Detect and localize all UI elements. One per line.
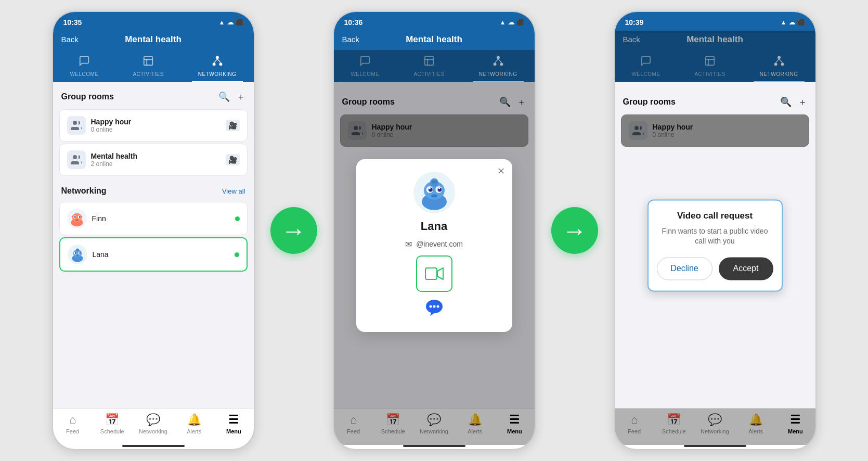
networking-icon-1 [212,55,223,69]
svg-point-50 [438,187,440,189]
back-button-1[interactable]: Back [61,35,79,44]
svg-point-5 [219,63,222,66]
bottom-tab-schedule-1[interactable]: 📅 Schedule [99,413,125,434]
room-info-mental-health: Mental health 2 online [91,152,221,168]
tab-networking-1[interactable]: NETWORKING [192,52,243,82]
bottom-tabs-2: ⌂ Feed 📅 Schedule 💬 Networking 🔔 Alerts … [334,408,535,445]
svg-point-19 [80,215,82,217]
networking-bottom-label-1: Networking [139,428,167,434]
svg-point-46 [431,194,437,197]
bottom-tab-networking-2[interactable]: 💬 Networking [420,413,448,434]
nav-header-3: Back Mental health [615,31,815,50]
person-item-lana[interactable]: Lana [59,237,248,272]
feed-label-1: Feed [66,428,79,434]
person-item-finn[interactable]: Finn [59,202,248,235]
status-time-3: 10:39 [625,18,644,27]
svg-point-54 [429,305,432,308]
menu-label-2: Menu [507,428,522,434]
bottom-tab-schedule-3[interactable]: 📅 Schedule [661,413,687,434]
add-room-icon-1[interactable]: ＋ [236,91,245,103]
modal-video-call-button[interactable] [416,255,452,292]
room-info-happy-hour: Happy hour 0 online [91,118,221,133]
signal-icon-2: ▲ [500,19,506,26]
tab-networking-3[interactable]: NETWORKING [754,52,805,82]
bottom-tab-feed-2[interactable]: ⌂ Feed [341,413,367,434]
alerts-label-2: Alerts [468,428,482,434]
lana-online-dot [235,252,239,257]
signal-icon-3: ▲ [781,19,787,26]
networking-icon-2 [493,55,504,69]
tab-welcome-label-3: WELCOME [631,71,660,77]
tab-networking-2[interactable]: NETWORKING [473,52,524,82]
person-name-lana: Lana [93,250,229,259]
alerts-icon-2: 🔔 [468,413,482,427]
group-rooms-actions-1: 🔍 ＋ [218,91,245,103]
tab-welcome-1[interactable]: WELCOME [63,52,105,82]
svg-point-49 [429,187,430,189]
bottom-tab-networking-3[interactable]: 💬 Networking [701,413,729,434]
svg-marker-52 [437,268,443,279]
svg-point-61 [774,63,777,66]
room-info-3: Happy hour 0 online [653,123,801,138]
bottom-tab-menu-3[interactable]: ☰ Menu [782,413,808,434]
menu-icon-1: ☰ [228,413,239,427]
networking-icon-3 [773,55,785,69]
tab-activities-1[interactable]: ACTIVITIES [126,52,170,82]
modal-close-button[interactable]: ✕ [497,165,505,177]
room-item-happy-hour[interactable]: Happy hour 0 online 🎥 [59,109,248,142]
battery-icon-2: ⬛ [516,19,524,26]
tab-networking-label-1: NETWORKING [198,71,237,77]
home-bar-3 [684,445,746,447]
back-button-2[interactable]: Back [342,35,359,44]
networking-bottom-icon-3: 💬 [708,413,722,427]
svg-point-8 [73,121,77,125]
modal-chat-button[interactable] [425,298,444,319]
svg-point-4 [212,63,215,66]
arrow-1-container: → [270,207,317,254]
search-icon-1[interactable]: 🔍 [218,91,230,103]
room-item-mental-health[interactable]: Mental health 2 online 🎥 [59,144,248,176]
svg-point-55 [433,305,435,308]
bottom-tab-networking-1[interactable]: 💬 Networking [139,413,167,434]
nav-title-3: Mental health [686,34,743,45]
accept-button[interactable]: Accept [719,257,773,280]
nav-title-1: Mental health [125,34,182,45]
room-online-happy-hour: 0 online [91,126,221,133]
alerts-icon-3: 🔔 [749,413,763,427]
svg-point-18 [71,215,73,217]
svg-point-9 [73,155,77,159]
person-name-finn: Finn [92,214,230,223]
wifi-icon-1: ☁ [227,19,234,26]
back-button-3[interactable]: Back [623,35,640,44]
phone-screen-2: 10:36 ▲ ☁ ⬛ Back Mental health WELCOME [333,11,536,450]
battery-icon-1: ⬛ [236,19,243,26]
room-icon-happy-hour [67,116,86,135]
tab-activities-3[interactable]: ACTIVITIES [688,52,731,82]
bottom-tab-feed-1[interactable]: ⌂ Feed [60,413,86,434]
decline-button[interactable]: Decline [657,257,712,280]
tab-activities-label-2: ACTIVITIES [413,71,444,77]
bottom-tab-menu-2[interactable]: ☰ Menu [501,413,527,434]
bottom-tab-feed-3[interactable]: ⌂ Feed [621,413,647,434]
bottom-tab-alerts-1[interactable]: 🔔 Alerts [181,413,207,434]
networking-title-1: Networking [61,186,107,196]
tab-welcome-label-1: WELCOME [70,71,98,77]
bottom-tab-alerts-3[interactable]: 🔔 Alerts [743,413,769,434]
tab-welcome-2[interactable]: WELCOME [344,52,385,82]
nav-header-2: Back Mental health [334,31,535,50]
bottom-tab-alerts-2[interactable]: 🔔 Alerts [462,413,488,434]
tab-activities-2[interactable]: ACTIVITIES [407,52,450,82]
bottom-tab-menu-1[interactable]: ☰ Menu [221,413,247,434]
screen-content-2: Group rooms 🔍 ＋ Happy hour 0 online [334,82,535,408]
schedule-label-3: Schedule [662,428,686,434]
room-video-icon-mental-health: 🎥 [226,154,240,165]
svg-point-60 [778,56,781,59]
room-name-happy-hour: Happy hour [91,118,221,126]
bottom-tab-schedule-2[interactable]: 📅 Schedule [380,413,406,434]
svg-line-7 [217,59,221,62]
view-all-button-1[interactable]: View all [222,187,245,195]
tab-networking-label-3: NETWORKING [760,71,798,77]
screen-content-3: Group rooms 🔍 ＋ Happy hour 0 online [615,82,815,408]
tab-welcome-3[interactable]: WELCOME [625,52,666,82]
signal-icon-1: ▲ [219,19,225,26]
